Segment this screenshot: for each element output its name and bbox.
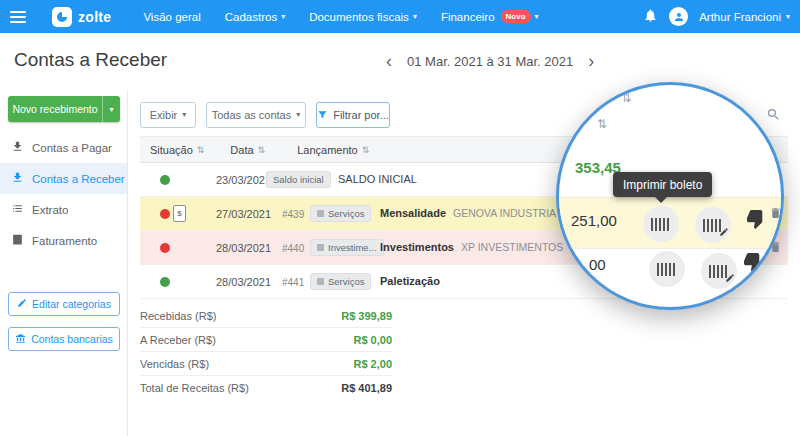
avatar[interactable]	[669, 7, 688, 26]
brand-logo[interactable]: zolte	[52, 7, 111, 27]
prev-period-icon[interactable]: ‹	[386, 52, 392, 70]
nav-item-label: Documentos fiscais	[309, 11, 409, 23]
thumbs-down-icon[interactable]	[746, 207, 769, 233]
row-title: SALDO INICIAL	[338, 173, 417, 185]
page-title: Contas a Receber	[14, 49, 167, 71]
sort-icon[interactable]: ⇅	[197, 145, 205, 155]
barcode-icon	[657, 263, 677, 276]
user-menu[interactable]: Arthur Francioni ▾	[699, 11, 790, 23]
invoice-doc-icon[interactable]: $	[173, 205, 186, 222]
category-label: Serviços	[328, 276, 364, 287]
sidebar-item-contas-a-receber[interactable]: Contas a Receber	[0, 163, 127, 194]
edit-categories-button[interactable]: Editar categorias	[8, 292, 120, 316]
download-tray-icon	[11, 171, 24, 186]
row-title: MensalidadeGENOVA INDUSTRIA ...	[380, 207, 567, 219]
row-title-main: Investimentos	[380, 241, 454, 253]
status-dot-overdue	[160, 243, 170, 253]
magnified-value-row2: 251,00	[571, 212, 617, 229]
tooltip-label: Imprimir boleto	[623, 178, 702, 192]
summary-row-total: Total de Receitas (R$) R$ 401,89	[140, 376, 392, 400]
edit-boleto-button[interactable]	[701, 253, 737, 289]
main-nav: Visão geral Cadastros ▾ Documentos fisca…	[143, 10, 538, 23]
nav-item-label: Visão geral	[143, 11, 200, 23]
nav-item-visao-geral[interactable]: Visão geral	[143, 11, 200, 23]
sort-icon: ⇅	[597, 117, 607, 131]
row-date: 28/03/2021	[216, 242, 271, 254]
row-subtitle: GENOVA INDUSTRIA ...	[453, 207, 567, 219]
sidebar-menu: Contas a Pagar Contas a Receber Extrato …	[0, 132, 127, 256]
show-label: Exibir	[150, 109, 178, 121]
new-receipt-button[interactable]: Novo recebimento ▾	[8, 96, 120, 122]
delete-icon[interactable]	[769, 240, 783, 255]
pencil-icon	[719, 226, 729, 240]
new-receipt-label: Novo recebimento	[8, 103, 102, 115]
tag-icon	[317, 210, 324, 217]
status-dot-overdue	[160, 209, 170, 219]
summary-label: A Receber (R$)	[140, 334, 216, 346]
row-date: 27/03/2021	[216, 208, 271, 220]
notifications-icon[interactable]	[643, 8, 658, 25]
print-boleto-button[interactable]	[649, 251, 685, 287]
column-header-lancamento[interactable]: Lançamento ⇅	[297, 144, 369, 156]
row-date: 28/03/2021	[216, 276, 271, 288]
row-title: InvestimentosXP INVESTIMENTOS	[380, 241, 563, 253]
menu-icon[interactable]	[10, 11, 26, 23]
chevron-down-icon: ▾	[281, 13, 285, 21]
row-title-main: Mensalidade	[380, 207, 446, 219]
sidebar-item-label: Contas a Pagar	[32, 142, 112, 154]
edit-boleto-button[interactable]	[695, 207, 731, 243]
page-header: Contas a Receber ‹ 01 Mar. 2021 à 31 Mar…	[0, 33, 800, 90]
sidebar: Novo recebimento ▾ Contas a Pagar Contas…	[0, 90, 128, 436]
summary-label: Recebidas (R$)	[140, 310, 216, 322]
nav-item-documentos-fiscais[interactable]: Documentos fiscais ▾	[309, 11, 417, 23]
category-badge: Serviços	[310, 273, 371, 290]
magnifier-lens: ⇅ ⇅ 353,45 Imprimir boleto 251,00 00	[556, 82, 784, 310]
dollar-glyph: $	[177, 209, 181, 218]
summary-row-vencidas: Vencidas (R$) R$ 2,00	[140, 352, 392, 376]
chevron-down-icon: ▾	[413, 13, 417, 21]
brand-name: zolte	[78, 9, 111, 25]
category-label: Saldo inicial	[273, 174, 324, 185]
sidebar-item-faturamento[interactable]: Faturamento	[0, 225, 127, 256]
show-button[interactable]: Exibir ▾	[140, 102, 196, 128]
category-badge: Investime...	[310, 239, 384, 256]
sidebar-item-label: Contas a Receber	[32, 173, 125, 185]
nav-item-financeiro[interactable]: Financeiro Novo ▾	[441, 10, 539, 23]
chevron-down-icon: ▾	[786, 13, 790, 21]
edit-categories-label: Editar categorias	[32, 298, 111, 310]
bank-accounts-label: Contas bancarias	[31, 333, 113, 345]
row-number: #441	[282, 277, 304, 288]
delete-icon[interactable]	[769, 206, 783, 221]
row-number: #439	[282, 209, 304, 220]
chevron-down-icon[interactable]: ▾	[102, 96, 120, 122]
sidebar-item-contas-a-pagar[interactable]: Contas a Pagar	[0, 132, 127, 163]
nav-item-cadastros[interactable]: Cadastros ▾	[225, 11, 285, 23]
sort-icon[interactable]: ⇅	[258, 145, 266, 155]
bank-accounts-button[interactable]: Contas bancarias	[8, 327, 120, 351]
status-dot-paid	[160, 277, 170, 287]
sort-icon: ⇅	[621, 90, 632, 105]
sort-icon[interactable]: ⇅	[362, 145, 370, 155]
summary-value: R$ 0,00	[353, 334, 392, 346]
search-icon[interactable]	[766, 107, 784, 125]
status-dot-paid	[160, 175, 170, 185]
print-boleto-button[interactable]	[643, 206, 679, 242]
column-label: Data	[230, 144, 253, 156]
sidebar-item-extrato[interactable]: Extrato	[0, 194, 127, 225]
document-icon	[11, 233, 24, 248]
filter-button[interactable]: Filtrar por...	[316, 102, 390, 128]
column-header-situacao[interactable]: Situação ⇅	[150, 144, 204, 156]
accounts-filter-button[interactable]: Todas as contas ▾	[206, 102, 306, 128]
next-period-icon[interactable]: ›	[588, 52, 594, 70]
sidebar-item-label: Faturamento	[32, 235, 97, 247]
column-header-data[interactable]: Data ⇅	[230, 144, 265, 156]
chevron-down-icon: ▾	[182, 111, 186, 119]
row-number: #440	[282, 243, 304, 254]
category-label: Investime...	[328, 242, 377, 253]
summary-row-recebidas: Recebidas (R$) R$ 399,89	[140, 304, 392, 328]
user-name: Arthur Francioni	[699, 11, 781, 23]
tag-icon	[317, 244, 324, 251]
barcode-icon	[651, 218, 671, 231]
chevron-down-icon: ▾	[535, 13, 539, 21]
category-label: Serviços	[328, 208, 364, 219]
